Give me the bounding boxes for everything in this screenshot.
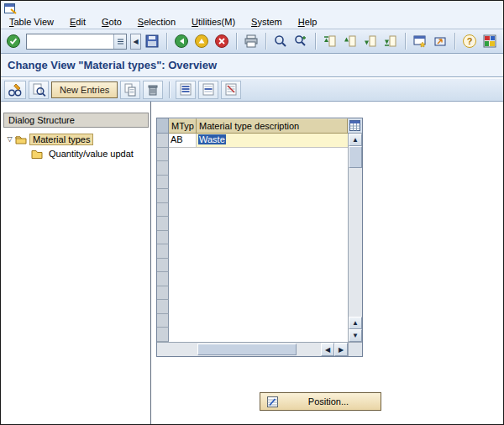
- exit-icon[interactable]: [192, 32, 211, 50]
- scroll-up-icon[interactable]: ▲: [349, 134, 362, 146]
- row-selector[interactable]: [157, 134, 169, 148]
- row-selector[interactable]: [157, 231, 169, 245]
- menu-table-view[interactable]: Table View: [8, 16, 55, 28]
- toolbar-separator: [236, 33, 237, 50]
- table-data-area: AB Waste: [169, 134, 348, 342]
- row-selector[interactable]: [157, 189, 169, 203]
- dialog-structure-header: Dialog Structure: [3, 113, 149, 128]
- delete-icon[interactable]: [143, 81, 163, 99]
- toolbar-separator: [454, 33, 455, 50]
- create-shortcut-icon[interactable]: [431, 32, 449, 50]
- last-page-icon[interactable]: [381, 32, 400, 50]
- cancel-icon[interactable]: [213, 32, 231, 50]
- tree-item-material-types[interactable]: ▽ Material types: [4, 132, 93, 146]
- menu-bar: Table View Edit Goto Selection Utilities…: [8, 14, 318, 29]
- standard-toolbar: ◀: [1, 29, 503, 54]
- vertical-scrollbar: ▲ ▲ ▼: [348, 134, 362, 342]
- page-title: Change View "Material types": Overview: [8, 59, 217, 71]
- overview-icon[interactable]: [29, 81, 49, 99]
- selected-text: Waste: [198, 134, 226, 144]
- sap-window: Table View Edit Goto Selection Utilities…: [0, 0, 504, 425]
- row-selector[interactable]: [157, 148, 169, 162]
- save-icon[interactable]: [143, 32, 161, 50]
- new-session-icon[interactable]: [411, 32, 429, 50]
- screen-area: Dialog Structure ▽ Material types Quanti…: [1, 102, 503, 424]
- material-types-table: MTyp Material type description: [156, 118, 363, 357]
- horizontal-scroll-thumb[interactable]: [197, 344, 297, 355]
- horizontal-scrollbar: ◀ ▶: [157, 342, 362, 356]
- command-field-list-icon[interactable]: [113, 34, 126, 49]
- row-selector[interactable]: [157, 161, 169, 176]
- find-icon[interactable]: [271, 32, 290, 50]
- next-page-icon[interactable]: [361, 32, 380, 50]
- row-selector[interactable]: [157, 314, 169, 328]
- previous-page-icon[interactable]: [341, 32, 360, 50]
- column-header-description[interactable]: Material type description: [197, 118, 348, 134]
- row-selector[interactable]: [157, 259, 169, 273]
- scroll-right-icon[interactable]: ▶: [334, 343, 348, 356]
- cell-description[interactable]: Waste: [197, 134, 348, 148]
- toolbar-separator: [265, 33, 266, 50]
- cell-mtyp[interactable]: AB: [169, 134, 197, 148]
- row-selector-column: [157, 134, 169, 342]
- command-field[interactable]: [26, 34, 127, 50]
- command-input[interactable]: [27, 35, 113, 48]
- folder-icon: [31, 149, 43, 159]
- toolbar-separator: [166, 33, 167, 50]
- scrollbar-corner: [348, 343, 362, 356]
- open-folder-icon: [15, 134, 27, 144]
- scroll-up-icon[interactable]: ▲: [349, 317, 362, 329]
- menu-selection[interactable]: Selection: [136, 16, 177, 28]
- vertical-scroll-thumb[interactable]: [349, 146, 362, 168]
- column-header-mtyp[interactable]: MTyp: [169, 118, 197, 134]
- panel-splitter[interactable]: [150, 102, 151, 424]
- row-selector[interactable]: [157, 176, 169, 190]
- toolbar-separator: [405, 33, 406, 50]
- back-icon[interactable]: [172, 32, 191, 50]
- row-selector[interactable]: [157, 300, 169, 314]
- row-selector[interactable]: [157, 328, 169, 342]
- new-entries-button[interactable]: New Entries: [51, 81, 118, 98]
- menu-system[interactable]: System: [249, 16, 284, 28]
- first-page-icon[interactable]: [321, 32, 339, 50]
- position-button[interactable]: Position...: [260, 392, 381, 411]
- position-icon: [267, 396, 278, 407]
- table-header-row: MTyp Material type description: [157, 118, 362, 134]
- tree-item-label: Quantity/value updat: [45, 148, 137, 160]
- system-menu-icon[interactable]: [4, 3, 17, 14]
- table-body: AB Waste ▲ ▲ ▼: [157, 134, 362, 342]
- scroll-down-icon[interactable]: ▼: [349, 329, 362, 342]
- help-icon[interactable]: ?: [460, 32, 479, 50]
- scroll-left-icon[interactable]: ◀: [321, 343, 334, 356]
- select-all-icon[interactable]: [176, 81, 196, 99]
- enter-icon[interactable]: [4, 32, 23, 50]
- vertical-scroll-track[interactable]: [349, 168, 362, 317]
- command-field-collapse-icon[interactable]: ◀: [130, 34, 141, 50]
- toolbar-separator: [315, 33, 316, 50]
- select-all-column-header[interactable]: [157, 118, 169, 134]
- select-block-icon[interactable]: [198, 81, 218, 99]
- row-selector[interactable]: [157, 272, 169, 286]
- table-row: AB Waste: [169, 134, 348, 148]
- find-next-icon[interactable]: [291, 32, 310, 50]
- application-toolbar: New Entries: [1, 78, 503, 102]
- table-settings-icon[interactable]: [348, 118, 362, 134]
- row-selector[interactable]: [157, 217, 169, 231]
- row-selector[interactable]: [157, 203, 169, 218]
- horizontal-scroll-track[interactable]: [157, 343, 321, 356]
- row-selector[interactable]: [157, 286, 169, 301]
- expanded-triangle-icon[interactable]: ▽: [4, 135, 15, 143]
- menu-edit[interactable]: Edit: [68, 16, 87, 28]
- customize-layout-icon[interactable]: [480, 32, 499, 50]
- menu-help[interactable]: Help: [297, 16, 319, 28]
- title-bar: Change View "Material types": Overview: [1, 54, 503, 77]
- copy-as-icon[interactable]: [120, 81, 140, 99]
- menu-utilities[interactable]: Utilities(M): [190, 16, 237, 28]
- toolbar-separator: [169, 81, 170, 98]
- deselect-all-icon[interactable]: [221, 81, 241, 99]
- row-selector[interactable]: [157, 244, 169, 259]
- menu-goto[interactable]: Goto: [100, 16, 123, 28]
- print-icon[interactable]: [242, 32, 260, 50]
- change-display-icon[interactable]: [4, 81, 26, 99]
- tree-item-quantity-value[interactable]: Quantity/value updat: [31, 146, 137, 160]
